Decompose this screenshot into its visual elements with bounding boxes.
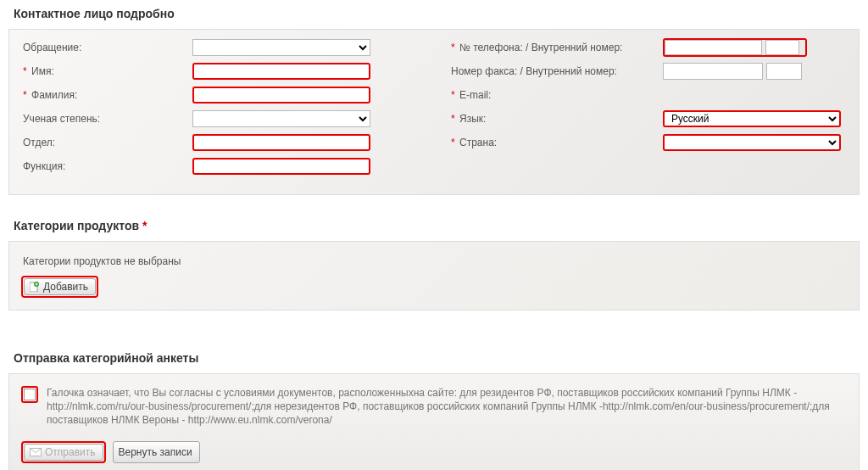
department-input[interactable] [192,134,370,151]
contact-left-column: Обращение: * Имя: * Фамилия: [23,38,417,181]
lastname-input[interactable] [192,87,370,104]
send-button[interactable]: Отправить [24,444,103,461]
categories-empty-text: Категории продуктов не выбраны [21,252,847,276]
add-category-button[interactable]: Добавить [24,278,96,295]
add-category-label: Добавить [43,281,88,293]
function-input[interactable] [192,158,370,175]
lastname-label: * Фамилия: [23,89,192,101]
fax-label: Номер факса: / Внутренний номер: [451,65,663,77]
submission-header: Отправка категорийной анкеты [0,344,868,373]
email-label: * E-mail: [451,89,663,101]
language-select[interactable]: Русский [663,110,841,127]
contact-detail-header: Контактное лицо подробно [0,0,868,29]
revert-label: Вернуть записи [119,446,192,458]
country-label: * Страна: [451,137,663,148]
fax-ext-input[interactable] [766,63,802,80]
firstname-label: * Имя: [23,65,192,77]
contact-detail-panel: Обращение: * Имя: * Фамилия: [8,29,860,195]
department-label: Отдел: [23,137,192,148]
revert-button[interactable]: Вернуть записи [113,441,200,463]
degree-label: Ученая степень: [23,113,192,125]
phone-label: * № телефона: / Внутренний номер: [451,42,663,53]
phone-ext-input[interactable] [765,40,799,55]
categories-panel: Категории продуктов не выбраны Добавить [8,241,860,311]
language-label: * Язык: [451,113,663,125]
consent-checkbox[interactable] [24,389,36,400]
contact-right-column: * № телефона: / Внутренний номер: Номер … [451,38,845,181]
function-label: Функция: [23,160,192,172]
envelope-icon [30,448,42,456]
send-label: Отправить [45,446,96,458]
firstname-input[interactable] [192,63,370,80]
phone-input[interactable] [665,40,762,55]
categories-header: Категории продуктов * [0,212,868,241]
country-select[interactable] [663,134,841,151]
consent-text: Галочка означает, что Вы согласны с усло… [47,386,847,428]
fax-input[interactable] [663,63,763,80]
salutation-label: Обращение: [23,42,192,53]
add-icon [30,282,40,292]
salutation-select[interactable] [192,39,370,56]
submission-panel: Галочка означает, что Вы согласны с усло… [8,373,860,470]
degree-select[interactable] [192,110,370,127]
